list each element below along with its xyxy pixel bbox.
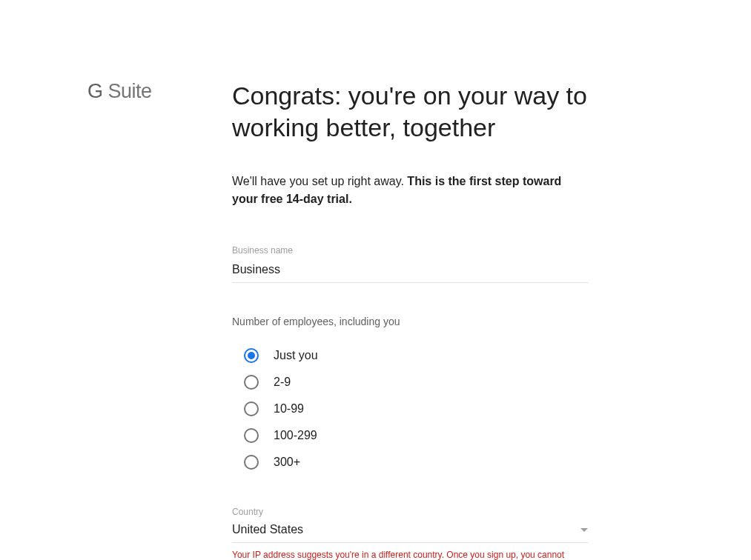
business-name-label: Business name — [232, 245, 588, 256]
radio-dot-icon — [248, 352, 255, 359]
radio-just-you[interactable]: Just you — [232, 348, 588, 363]
radio-2-9[interactable]: 2-9 — [232, 375, 588, 390]
radio-circle-icon — [244, 401, 259, 416]
subtext-regular: We'll have you set up right away. — [232, 175, 407, 187]
radio-label: 300+ — [274, 456, 300, 469]
logo-g: G — [87, 80, 103, 102]
radio-100-299[interactable]: 100-299 — [232, 428, 588, 443]
radio-label: 2-9 — [274, 376, 291, 389]
logo-suite: Suite — [103, 80, 152, 102]
radio-10-99[interactable]: 10-99 — [232, 401, 588, 416]
country-label: Country — [232, 507, 588, 517]
country-error-text: Your IP address suggests you're in a dif… — [232, 549, 588, 560]
radio-label: 10-99 — [274, 402, 304, 416]
business-name-input[interactable] — [232, 259, 588, 283]
gsuite-logo: G Suite — [87, 80, 232, 103]
page-subtext: We'll have you set up right away. This i… — [232, 173, 588, 208]
radio-label: Just you — [274, 349, 318, 362]
radio-circle-icon — [244, 348, 259, 363]
page-heading: Congrats: you're on your way to working … — [232, 80, 588, 143]
chevron-down-icon — [580, 528, 588, 532]
radio-circle-icon — [244, 455, 259, 470]
radio-label: 100-299 — [274, 429, 317, 442]
radio-circle-icon — [244, 428, 259, 443]
radio-300-plus[interactable]: 300+ — [232, 455, 588, 470]
country-value: United States — [232, 523, 303, 536]
employees-radio-group: Just you 2-9 10-99 100-299 300+ — [232, 348, 588, 470]
radio-circle-icon — [244, 375, 259, 390]
employees-label: Number of employees, including you — [232, 316, 588, 327]
country-select[interactable]: United States — [232, 520, 588, 543]
